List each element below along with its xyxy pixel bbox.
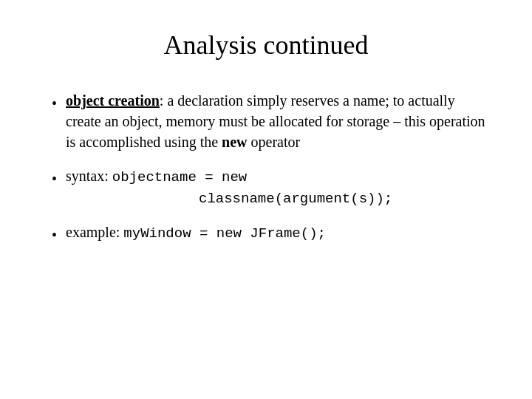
- slide-title: Analysis continued: [44, 30, 488, 61]
- bullet-text-3: example: myWindow = new JFrame();: [66, 222, 488, 244]
- bullet-dot-2: •: [52, 168, 57, 189]
- content-area: • object creation: a declaration simply …: [44, 90, 488, 245]
- syntax-code-1: objectname = new: [112, 169, 247, 185]
- term-object-creation: object creation: [66, 92, 160, 109]
- text-part-1b: operator: [248, 134, 301, 150]
- bullet-text-1: object creation: a declaration simply re…: [66, 90, 488, 152]
- bullet-dot-1: •: [52, 93, 57, 114]
- bullet-syntax: • syntax: objectname = new classname(arg…: [52, 166, 488, 208]
- bullet-dot-3: •: [52, 225, 57, 245]
- bullet-object-creation: • object creation: a declaration simply …: [52, 90, 488, 152]
- example-code: myWindow = new JFrame();: [123, 225, 326, 242]
- bullet-example: • example: myWindow = new JFrame();: [52, 222, 488, 245]
- keyword-new-1: new: [222, 134, 247, 150]
- example-label: example:: [66, 224, 123, 240]
- slide: Analysis continued • object creation: a …: [0, 0, 532, 399]
- syntax-code-2: classname(argument(s));: [66, 189, 488, 209]
- bullet-text-2: syntax: objectname = new classname(argum…: [66, 166, 488, 208]
- syntax-label: syntax:: [66, 168, 112, 184]
